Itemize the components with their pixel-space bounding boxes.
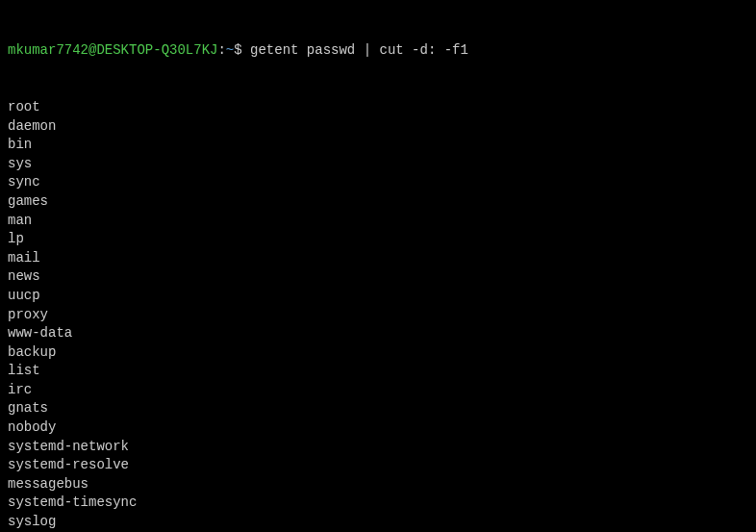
prompt-dollar: $ <box>234 42 241 58</box>
output-line: backup <box>8 343 748 363</box>
output-line: gnats <box>8 399 748 418</box>
output-line: mail <box>8 249 748 268</box>
output-line: uucp <box>8 287 748 306</box>
output-line: sys <box>8 155 748 174</box>
output-line: www-data <box>8 324 748 343</box>
output-line: systemd-network <box>8 438 748 457</box>
prompt-line: mkumar7742@DESKTOP-Q30L7KJ:~$ getent pas… <box>8 41 748 61</box>
output-line: list <box>8 362 748 381</box>
output-line: games <box>8 192 748 212</box>
output-line: irc <box>8 381 748 400</box>
prompt-user-host: mkumar7742@DESKTOP-Q30L7KJ <box>8 42 217 58</box>
output-line: systemd-resolve <box>8 456 748 475</box>
prompt-colon: : <box>217 42 225 58</box>
output-line: daemon <box>8 117 748 137</box>
output-line: root <box>8 98 748 117</box>
output-line: syslog <box>8 513 748 532</box>
output-line: news <box>8 267 748 287</box>
output-line: lp <box>8 230 748 249</box>
prompt-path: ~ <box>226 42 234 58</box>
output-line: proxy <box>8 306 748 325</box>
output-line: bin <box>8 136 748 155</box>
command-text: getent passwd | cut -d: -f1 <box>242 42 468 58</box>
output-line: nobody <box>8 418 748 438</box>
output-line: man <box>8 212 748 231</box>
output-line: sync <box>8 173 748 192</box>
output-line: systemd-timesync <box>8 494 748 513</box>
terminal-window[interactable]: mkumar7742@DESKTOP-Q30L7KJ:~$ getent pas… <box>8 4 748 532</box>
command-output: rootdaemonbinsyssyncgamesmanlpmailnewsuu… <box>8 98 748 532</box>
output-line: messagebus <box>8 475 748 494</box>
